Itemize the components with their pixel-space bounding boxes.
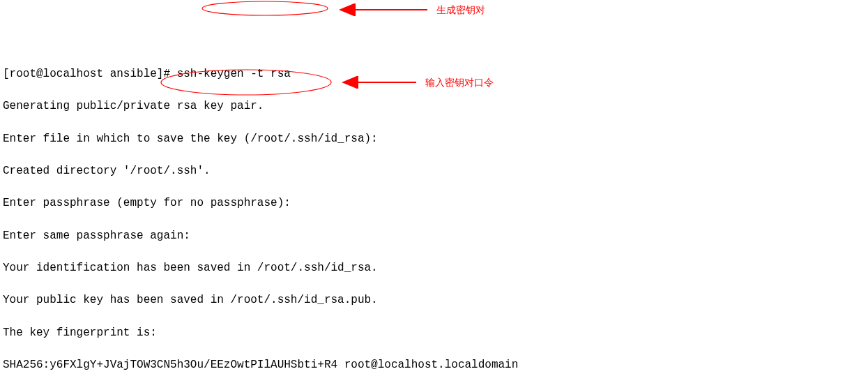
arrow-icon xyxy=(336,76,420,89)
annotation-text-2: 输入密钥对口令 xyxy=(425,75,494,89)
terminal-output-line: Enter file in which to save the key (/ro… xyxy=(3,131,865,147)
command-text: ssh-keygen -t rsa xyxy=(177,68,291,80)
terminal-output-line: Your identification has been saved in /r… xyxy=(3,260,865,276)
terminal-output-line: Your public key has been saved in /root/… xyxy=(3,292,865,308)
ellipse-annotation-1 xyxy=(201,0,330,17)
terminal-output-line: SHA256:y6FXlgY+JVajTOW3CN5h3Ou/EEzOwtPIl… xyxy=(3,357,865,373)
terminal-output-line: Created directory '/root/.ssh'. xyxy=(3,163,865,179)
annotation-1: 生成密钥对 xyxy=(333,3,485,17)
annotation-text-1: 生成密钥对 xyxy=(436,3,485,17)
terminal-output-line: Enter passphrase (empty for no passphras… xyxy=(3,195,865,211)
terminal-output-line: Generating public/private rsa key pair. xyxy=(3,98,865,114)
terminal-output-line: The key fingerprint is: xyxy=(3,325,865,341)
annotation-2: 输入密钥对口令 xyxy=(336,75,494,89)
arrow-icon xyxy=(333,3,431,16)
svg-point-0 xyxy=(202,1,328,15)
terminal-output-line: Enter same passphrase again: xyxy=(3,228,865,244)
prompt-text: [root@localhost ansible]# xyxy=(3,68,177,80)
